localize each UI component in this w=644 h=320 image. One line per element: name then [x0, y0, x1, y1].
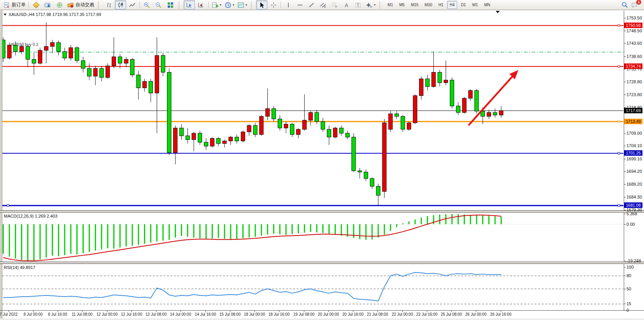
toolbar-grip[interactable]	[179, 2, 182, 9]
horizontal-line-button[interactable]	[294, 0, 305, 9]
candle-up	[487, 113, 491, 116]
zoom-out-button[interactable]	[153, 0, 164, 9]
tile-windows-button[interactable]	[165, 0, 176, 9]
chat-icon[interactable]: 1	[631, 2, 639, 9]
autotrading-button[interactable]: 自动交易	[65, 0, 95, 9]
candle-up	[432, 72, 435, 87]
price-axis-tick	[624, 69, 626, 69]
line-handle[interactable]	[618, 25, 620, 26]
text-label-button[interactable]: T	[353, 0, 364, 9]
price-axis-label: 1684.30	[626, 195, 644, 199]
auto-scroll-icon	[186, 2, 193, 9]
price-axis-tick	[624, 171, 626, 172]
line-handle[interactable]	[618, 65, 620, 67]
tf-button-D1[interactable]: D1	[458, 1, 469, 9]
dropdown-caret-icon[interactable]: ▾	[246, 3, 247, 7]
macd-pane[interactable]	[2, 213, 624, 262]
toolbar-grip[interactable]	[251, 2, 254, 9]
time-axis-tick	[205, 310, 206, 312]
market-profile-button[interactable]	[42, 0, 53, 9]
tf-button-M15[interactable]: M15	[408, 1, 421, 9]
candle-down	[56, 42, 60, 51]
rsi-axis-tick	[624, 267, 626, 267]
text-button[interactable]: A	[341, 0, 352, 9]
candle-down	[235, 137, 239, 141]
templates-button[interactable]: ▾	[236, 0, 248, 9]
tf-button-M5[interactable]: M5	[397, 1, 407, 9]
trendline-button[interactable]	[306, 0, 317, 9]
dropdown-caret-icon[interactable]: ▾	[220, 3, 221, 7]
time-axis-tick	[9, 310, 9, 312]
candle-down	[118, 57, 122, 63]
bar-chart-icon	[105, 2, 113, 9]
toolbar-grip[interactable]	[98, 2, 101, 9]
fibonacci-button[interactable]: F	[329, 0, 340, 9]
zoom-in-button[interactable]	[141, 0, 153, 9]
candle-up	[469, 90, 472, 98]
fibonacci-icon: F	[331, 2, 339, 9]
equidistant-channel-button[interactable]: E	[318, 0, 329, 9]
candle-up	[333, 128, 337, 137]
candle-down	[63, 52, 67, 58]
notification-badge[interactable]: 1	[636, 0, 641, 5]
line-chart-icon	[128, 2, 136, 9]
tf-button-H1[interactable]: H1	[436, 1, 446, 9]
line-handle[interactable]	[7, 204, 9, 206]
vertical-line-button[interactable]	[283, 0, 294, 9]
price-axis-label: 1694.20	[626, 169, 644, 174]
candle-down	[321, 121, 325, 129]
separator	[208, 2, 209, 9]
time-axis-tick	[107, 310, 107, 312]
tf-button-H4[interactable]: H4	[447, 1, 458, 9]
chart-shift-button[interactable]	[195, 0, 207, 9]
tf-button-M1[interactable]: M1	[385, 1, 396, 9]
new-order-button[interactable]: 新订单	[2, 0, 27, 9]
candle-up	[383, 123, 386, 192]
candle-up	[223, 141, 226, 144]
rsi-pane[interactable]	[2, 264, 624, 310]
crosshair-button[interactable]	[268, 0, 279, 9]
candle-down	[450, 80, 454, 106]
candle-down	[475, 90, 479, 111]
candle-down	[75, 48, 79, 61]
candle-down	[130, 59, 134, 75]
cursor-button[interactable]	[256, 0, 267, 9]
metaeditor-button[interactable]	[30, 0, 42, 9]
search-icon[interactable]	[621, 2, 628, 9]
candle-down	[216, 138, 220, 143]
signals-icon	[56, 2, 63, 9]
indicators-button[interactable]: ▾	[210, 0, 223, 9]
candle-up	[106, 66, 110, 77]
candle-down	[364, 172, 368, 179]
time-axis-tick	[279, 310, 279, 312]
shapes-button[interactable]: ▾	[364, 0, 377, 9]
dropdown-caret-icon[interactable]: ▾	[233, 3, 234, 7]
price-pane[interactable]: #67013 buy 0.1	[2, 11, 624, 211]
periods-button[interactable]: ▾	[223, 0, 235, 9]
svg-text:E: E	[324, 5, 326, 8]
toolbar-grip[interactable]	[379, 2, 383, 9]
tf-button-W1[interactable]: W1	[469, 1, 481, 9]
price-level-badge: 1681.08	[624, 202, 642, 208]
candle-up	[124, 59, 128, 63]
auto-scroll-button[interactable]	[184, 0, 195, 9]
templates-icon	[237, 2, 245, 9]
bar-chart-button[interactable]	[103, 0, 114, 9]
time-axis-tick	[58, 310, 58, 312]
candle-up	[112, 57, 116, 66]
line-chart-button[interactable]	[126, 0, 138, 9]
price-axis-label: 1689.20	[626, 182, 644, 186]
candle-up	[174, 128, 177, 153]
candlestick-chart-button[interactable]	[115, 0, 126, 9]
candle-down	[315, 113, 319, 121]
dropdown-caret-icon[interactable]: ▾	[374, 3, 376, 7]
line-handle[interactable]	[618, 152, 620, 154]
tf-button-MN[interactable]: MN	[481, 1, 493, 9]
macd-axis-label: 5.368	[626, 211, 644, 216]
candle-up	[297, 129, 300, 134]
signals-button[interactable]	[54, 0, 65, 9]
tf-button-M30[interactable]: M30	[422, 1, 435, 9]
line-handle[interactable]	[618, 121, 620, 123]
candle-up	[241, 132, 245, 141]
line-handle[interactable]	[618, 204, 620, 206]
